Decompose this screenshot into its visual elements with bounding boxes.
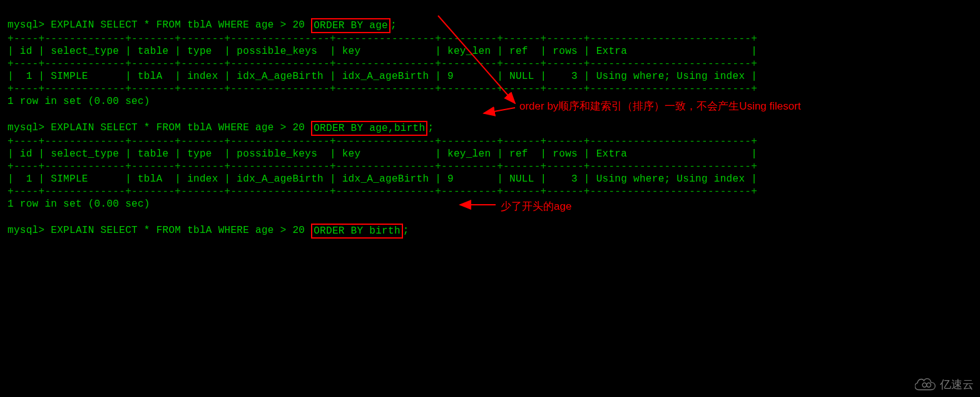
query1-suffix: ; [390,19,397,31]
query3-prefix: EXPLAIN SELECT * FROM tblA WHERE age > 2… [51,225,311,236]
query1-prefix: EXPLAIN SELECT * FROM tblA WHERE age > 2… [51,19,311,31]
table-header: | id | select_type | table | type | poss… [8,46,757,57]
table-divider: +----+-------------+-------+-------+----… [8,161,757,172]
cloud-icon [915,377,936,392]
annotation-2: 少了开头的age [501,199,571,214]
mysql-terminal: mysql> EXPLAIN SELECT * FROM tblA WHERE … [0,0,980,243]
table-row: | 1 | SIMPLE | tblA | index | idx_A_ageB… [8,71,757,82]
prompt: mysql> [8,225,51,236]
prompt: mysql> [8,122,51,133]
query2-highlight: ORDER BY age,birth [311,121,427,136]
watermark: 亿速云 [915,377,974,392]
table-divider: +----+-------------+-------+-------+----… [8,136,757,147]
table-divider: +----+-------------+-------+-------+----… [8,186,757,197]
table-header: | id | select_type | table | type | poss… [8,148,757,160]
query3-suffix: ; [403,225,409,236]
prompt: mysql> [8,19,51,31]
table-row: | 1 | SIMPLE | tblA | index | idx_A_ageB… [8,173,757,185]
watermark-text: 亿速云 [940,377,974,392]
result-message: 1 row in set (0.00 sec) [8,198,150,210]
table-divider: +----+-------------+-------+-------+----… [8,58,757,70]
query2-suffix: ; [427,122,434,133]
annotation-1: order by顺序和建索引（排序）一致，不会产生Using filesort [519,99,801,113]
result-message: 1 row in set (0.00 sec) [8,96,150,107]
table-divider: +----+-------------+-------+-------+----… [8,33,757,44]
table-divider: +----+-------------+-------+-------+----… [8,83,757,95]
query1-highlight: ORDER BY age [311,18,390,33]
query3-highlight: ORDER BY birth [311,224,403,239]
query2-prefix: EXPLAIN SELECT * FROM tblA WHERE age > 2… [51,122,311,133]
